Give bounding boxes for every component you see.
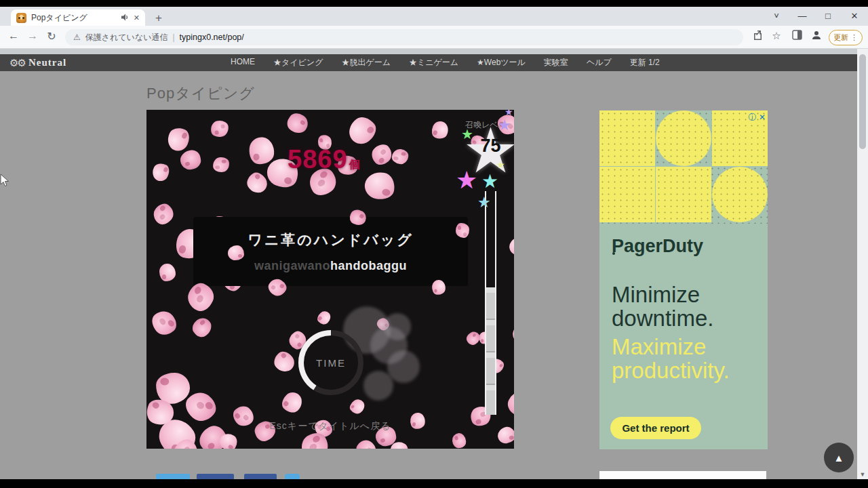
ad-square-shape <box>599 167 655 222</box>
address-bar[interactable]: ⚠ 保護されていない通信 | typingx0.net/pop/ <box>65 29 743 45</box>
popcorn-particle <box>179 149 202 171</box>
game-canvas[interactable]: 5869個 ワニ革のハンドバッグ wanigawanohandobaggu TI… <box>146 110 514 449</box>
popcorn-particle <box>391 148 410 165</box>
popcorn-particle <box>363 169 397 201</box>
share-icon[interactable] <box>749 30 766 43</box>
tab-title: Popタイピング <box>31 12 117 24</box>
ad-cta-button[interactable]: Get the report <box>610 417 701 439</box>
ad-pattern-graphic <box>599 110 768 224</box>
url-divider: | <box>172 33 174 42</box>
popcorn-particle <box>429 119 452 142</box>
ad-headline-accent: Maximize productivity. <box>612 336 768 383</box>
profile-avatar-icon[interactable] <box>808 30 825 43</box>
mini-star-icon: ★ <box>505 110 513 117</box>
ad-headline-dark: Minimize downtime. <box>612 283 768 331</box>
ad-circle-shape <box>656 110 711 166</box>
window-menu-chevron-icon[interactable]: ˅ <box>768 11 785 21</box>
security-label: 保護されていない通信 <box>85 32 168 43</box>
scrollbar-down-arrow-icon[interactable]: ▼ <box>857 471 868 478</box>
level-gauge-fill <box>486 287 495 415</box>
page-top-strip <box>0 49 857 54</box>
mouse-cursor <box>0 174 10 190</box>
popcorn-particle <box>509 321 514 349</box>
window-close-button[interactable]: ✕ <box>846 11 863 21</box>
bookmark-star-icon[interactable]: ☆ <box>768 30 785 42</box>
popcorn-particle <box>212 157 229 173</box>
timer-label: TIME <box>294 325 368 400</box>
smoke-puff <box>387 350 420 383</box>
word-romaji: wanigawanohandobaggu <box>254 259 407 273</box>
time-ring: TIME <box>294 325 368 400</box>
gears-logo-icon: ⚙⚙ <box>9 57 25 69</box>
nav-item-home[interactable]: HOME <box>231 57 255 68</box>
popcorn-particle <box>150 201 178 228</box>
popcorn-particle <box>228 245 244 260</box>
browser-tab[interactable]: Popタイピング ✕ <box>11 9 145 26</box>
tab-close-icon[interactable]: ✕ <box>134 14 140 22</box>
popcorn-particle <box>508 236 514 257</box>
mini-star-icon: ★ <box>481 172 498 191</box>
ad-slot-below <box>599 471 766 479</box>
letterbox-top <box>0 0 868 7</box>
score-value: 5869 <box>288 145 348 174</box>
update-label: 更新 <box>833 33 848 43</box>
logo-dot <box>612 252 615 255</box>
smoke-puff <box>384 313 411 340</box>
popcorn-particle <box>284 110 312 137</box>
letterbox-bottom <box>0 479 868 488</box>
social-share-button[interactable] <box>197 474 234 479</box>
social-share-button[interactable] <box>285 474 300 479</box>
page-title: Popタイピング <box>146 83 255 104</box>
tab-audio-icon[interactable] <box>121 14 130 22</box>
popcorn-particle <box>465 329 482 347</box>
advertisement[interactable]: ⓘ ✕ PagerDuty Minimize downtime. Maximiz… <box>599 110 768 449</box>
mini-star-icon: ★ <box>461 127 473 141</box>
mini-star-icon: ★ <box>496 160 505 169</box>
window-minimize-button[interactable]: — <box>793 11 811 21</box>
nav-menu: HOME ★タイピング ★脱出ゲーム ★ミニゲーム ★Webツール 実験室 ヘル… <box>231 57 660 68</box>
side-panel-icon[interactable] <box>789 30 805 43</box>
tab-favicon-tiger-icon <box>16 13 26 23</box>
popcorn-particle <box>159 264 176 281</box>
web-page: ⚙⚙ Neutral HOME ★タイピング ★脱出ゲーム ★ミニゲーム ★We… <box>0 49 857 479</box>
popcorn-particle <box>315 309 334 327</box>
popcorn-particle <box>344 113 380 149</box>
browser-update-button[interactable]: 更新 ⋮ <box>829 30 863 45</box>
reload-button[interactable]: ↻ <box>43 30 60 43</box>
popcorn-particle <box>353 436 379 449</box>
social-share-button[interactable] <box>156 474 190 479</box>
popcorn-particle <box>150 161 172 184</box>
mini-star-icon: ★ <box>477 195 491 210</box>
mini-star-icon: ★ <box>456 168 477 192</box>
browser-tab-strip: Popタイピング ✕ <box>0 7 868 26</box>
site-logo[interactable]: ⚙⚙ Neutral <box>9 57 66 69</box>
security-warning-icon[interactable]: ⚠ <box>73 33 81 42</box>
forward-button[interactable]: → <box>24 30 41 42</box>
nav-item-escape-game[interactable]: ★脱出ゲーム <box>341 57 391 68</box>
popcorn-particle <box>504 388 514 419</box>
nav-item-help[interactable]: ヘルプ <box>587 57 612 68</box>
new-tab-button[interactable]: + <box>152 12 165 25</box>
popcorn-particle <box>456 223 469 238</box>
popcorn-particle <box>148 306 180 340</box>
adchoices-icon[interactable]: ⓘ ✕ <box>749 112 766 123</box>
level-gauge <box>485 191 496 415</box>
window-maximize-button[interactable]: □ <box>819 11 837 21</box>
back-button[interactable]: ← <box>5 30 22 42</box>
nav-item-typing[interactable]: ★タイピング <box>273 57 323 68</box>
page-scrollbar[interactable]: ▼ <box>857 49 868 479</box>
ad-square-shape <box>656 167 711 222</box>
score-display: 5869個 <box>288 145 360 174</box>
scroll-to-top-button[interactable]: ▲ <box>824 443 854 472</box>
popcorn-particle <box>164 125 193 155</box>
popcorn-particle <box>189 314 215 340</box>
nav-item-web-tools[interactable]: ★Webツール <box>477 57 526 68</box>
social-share-button[interactable] <box>244 474 277 479</box>
scrollbar-thumb[interactable] <box>859 54 866 149</box>
nav-item-updates[interactable]: 更新 1/2 <box>630 57 660 68</box>
menu-dots-icon: ⋮ <box>850 33 858 42</box>
url-text[interactable]: typingx0.net/pop/ <box>180 33 244 42</box>
nav-item-mini-game[interactable]: ★ミニゲーム <box>409 57 458 68</box>
ad-circle-shape <box>712 167 768 222</box>
nav-item-lab[interactable]: 実験室 <box>544 57 568 68</box>
